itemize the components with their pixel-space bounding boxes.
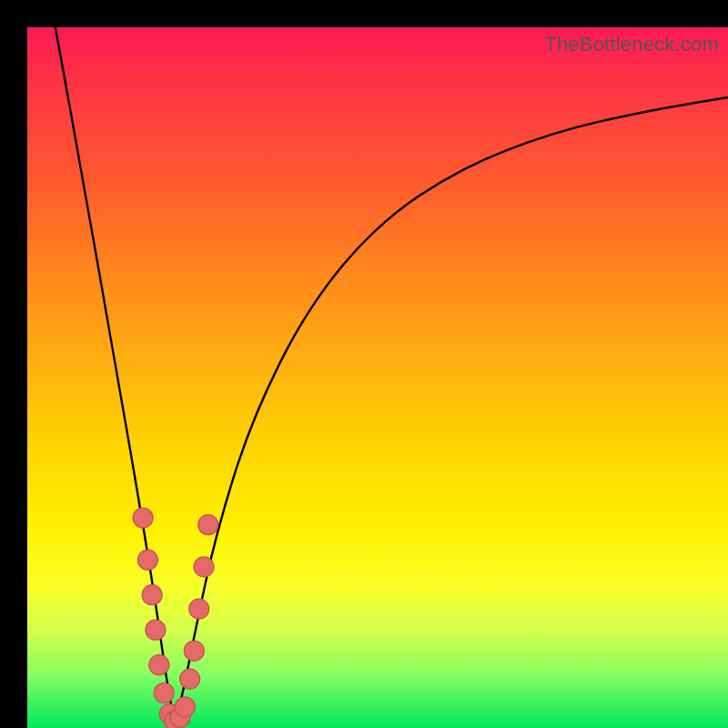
data-marker [194, 557, 214, 577]
data-marker [198, 515, 218, 535]
plot-area: TheBottleneck.com [27, 27, 728, 728]
data-marker [146, 620, 166, 640]
data-marker [137, 550, 157, 570]
chart-frame: TheBottleneck.com [0, 0, 728, 728]
chart-svg [27, 27, 728, 728]
data-marker [154, 683, 174, 703]
data-marker [133, 508, 153, 528]
data-marker [149, 655, 169, 675]
data-marker [189, 599, 209, 619]
data-marker [142, 585, 162, 605]
bottleneck-curve [56, 27, 728, 714]
data-marker [175, 697, 195, 717]
data-marker [180, 669, 200, 689]
data-marker [184, 641, 204, 661]
